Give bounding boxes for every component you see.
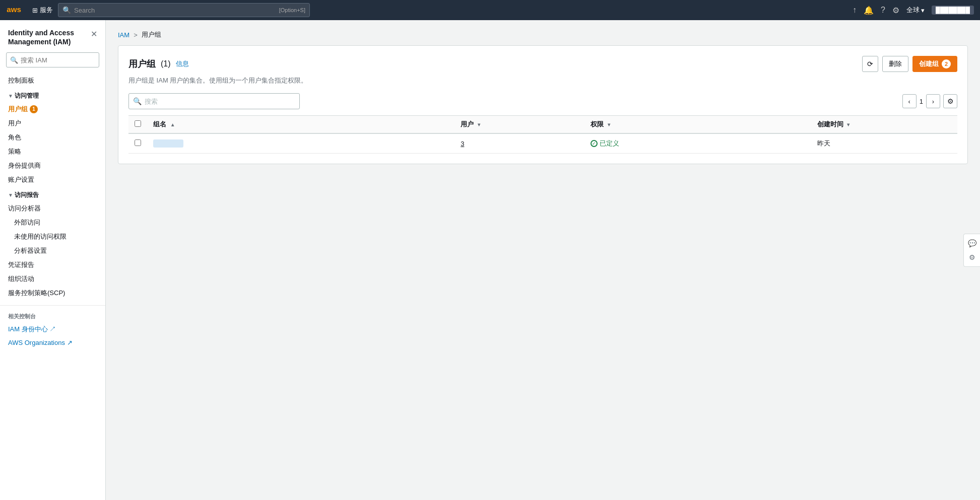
permissions-status: ✓ 已定义 <box>591 139 805 148</box>
user-groups-table: 组名 ▲ 用户 ▾ 权限 ▾ 创建时间 ▾ <box>128 115 957 154</box>
sidebar-link-aws-organizations[interactable]: AWS Organizations ↗ <box>0 336 105 349</box>
help-icon[interactable]: ? <box>881 6 885 15</box>
header-users[interactable]: 用户 ▾ <box>454 116 584 134</box>
table-controls: 🔍 ‹ 1 › ⚙ <box>128 93 957 109</box>
sidebar-search-input[interactable] <box>6 52 99 67</box>
header-checkbox-col <box>128 116 147 134</box>
svg-text:aws: aws <box>7 5 21 14</box>
users-label: 用户 <box>8 119 21 128</box>
sidebar-item-account-settings[interactable]: 账户设置 <box>0 173 105 187</box>
create-group-label: 创建组 <box>919 59 939 68</box>
content-card: 用户组 (1) 信息 ⟳ 删除 创建组 2 用户组是 IAM 用户的集合。使用组… <box>118 45 968 164</box>
card-count: (1) <box>161 59 171 68</box>
policies-label: 策略 <box>8 147 21 156</box>
search-input[interactable] <box>74 7 276 14</box>
row-checkbox-cell <box>128 133 147 154</box>
select-all-checkbox[interactable] <box>135 120 141 127</box>
users-header-label: 用户 <box>461 120 474 128</box>
header-group-name[interactable]: 组名 ▲ <box>147 116 454 134</box>
sidebar-link-iam-identity-center[interactable]: IAM 身份中心 ↗ <box>0 322 105 336</box>
settings-icon[interactable]: ⚙ <box>892 6 899 15</box>
bell-icon[interactable]: 🔔 <box>864 6 874 15</box>
sidebar-item-policies[interactable]: 策略 <box>0 145 105 159</box>
sidebar-title: Identity and Access Management (IAM) <box>8 28 91 46</box>
sidebar-item-roles[interactable]: 角色 <box>0 130 105 145</box>
search-icon: 🔍 <box>62 6 71 14</box>
region-selector[interactable]: 全球 ▾ <box>906 6 925 15</box>
services-menu-button[interactable]: ⊞ 服务 <box>32 6 53 15</box>
sidebar-item-user-groups[interactable]: 用户组 1 <box>0 102 105 116</box>
row-checkbox[interactable] <box>135 139 141 146</box>
account-menu[interactable]: ████████ <box>932 6 974 15</box>
card-title: 用户组 <box>128 58 156 70</box>
sidebar-close-button[interactable]: ✕ <box>91 29 97 39</box>
dashboard-label: 控制面板 <box>8 76 34 85</box>
next-page-button[interactable]: › <box>926 94 940 108</box>
page-number: 1 <box>920 98 923 105</box>
sidebar-header: Identity and Access Management (IAM) ✕ <box>0 28 105 52</box>
row-group-name-cell: ████ <box>147 133 454 154</box>
aws-logo[interactable]: aws <box>6 4 27 17</box>
chevron-down-icon: ▾ <box>921 7 925 14</box>
main-content: IAM > 用户组 用户组 (1) 信息 ⟳ 删除 创建组 2 <box>106 20 980 500</box>
global-search-bar[interactable]: 🔍 [Option+S] <box>58 3 310 17</box>
right-edge-icon-top[interactable]: 💬 <box>966 237 978 249</box>
nav-right-section: ↑ 🔔 ? ⚙ 全球 ▾ ████████ <box>853 6 974 15</box>
table-search-bar[interactable]: 🔍 <box>128 93 300 109</box>
sidebar-item-external-access[interactable]: 外部访问 <box>0 216 105 230</box>
row-users-cell: 3 <box>454 133 584 154</box>
users-count[interactable]: 3 <box>461 140 464 148</box>
right-edge-icon-bottom[interactable]: ⚙ <box>966 251 978 263</box>
sidebar-divider <box>0 305 105 306</box>
created-time-value: 昨天 <box>817 139 830 147</box>
pagination-settings-button[interactable]: ⚙ <box>943 94 957 108</box>
perm-check-icon: ✓ <box>591 140 598 147</box>
right-edge-panel: 💬 ⚙ <box>963 234 980 267</box>
table-header-row: 组名 ▲ 用户 ▾ 权限 ▾ 创建时间 ▾ <box>128 116 957 134</box>
breadcrumb-separator: > <box>134 31 138 39</box>
account-settings-label: 账户设置 <box>8 175 34 184</box>
card-header: 用户组 (1) 信息 ⟳ 删除 创建组 2 <box>128 56 957 72</box>
card-description: 用户组是 IAM 用户的集合。使用组为一个用户集合指定权限。 <box>128 76 957 85</box>
sidebar-item-identity-providers[interactable]: 身份提供商 <box>0 159 105 173</box>
sidebar-access-reports-section: ▼ 访问报告 <box>0 187 105 201</box>
breadcrumb: IAM > 用户组 <box>118 30 968 39</box>
upload-icon[interactable]: ↑ <box>853 6 857 15</box>
created-time-header-label: 创建时间 <box>817 120 843 128</box>
identity-providers-label: 身份提供商 <box>8 161 41 170</box>
table-search-icon: 🔍 <box>133 97 142 105</box>
group-name-sort-icon: ▲ <box>170 122 175 127</box>
prev-page-button[interactable]: ‹ <box>902 94 917 108</box>
sidebar-item-scp[interactable]: 服务控制策略(SCP) <box>0 286 105 300</box>
top-navigation: aws ⊞ 服务 🔍 [Option+S] ↑ 🔔 ? ⚙ 全球 ▾ █████… <box>0 0 980 20</box>
group-name-link[interactable]: ████ <box>153 139 183 148</box>
sidebar-item-org-activity[interactable]: 组织活动 <box>0 272 105 286</box>
header-permissions[interactable]: 权限 ▾ <box>584 116 811 134</box>
header-created-time[interactable]: 创建时间 ▾ <box>811 116 957 134</box>
sidebar-item-unused-access[interactable]: 未使用的访问权限 <box>0 230 105 244</box>
create-group-button[interactable]: 创建组 2 <box>912 56 957 72</box>
sidebar-item-credential-report[interactable]: 凭证报告 <box>0 258 105 272</box>
sidebar-item-dashboard[interactable]: 控制面板 <box>0 74 105 88</box>
delete-button[interactable]: 删除 <box>882 56 908 72</box>
row-created-cell: 昨天 <box>811 133 957 154</box>
permissions-header-label: 权限 <box>591 120 604 128</box>
table-row: ████ 3 ✓ 已定义 昨天 <box>128 133 957 154</box>
sidebar-item-analyzer-settings[interactable]: 分析器设置 <box>0 244 105 258</box>
user-groups-label: 用户组 <box>8 105 28 114</box>
sidebar-item-users[interactable]: 用户 <box>0 116 105 130</box>
permissions-sort-icon: ▾ <box>608 122 610 127</box>
sidebar-related-label: 相关控制台 <box>0 311 105 322</box>
create-group-badge: 2 <box>942 59 951 68</box>
sidebar-item-access-analyzer[interactable]: 访问分析器 <box>0 201 105 216</box>
sidebar-access-management-section: ▼ 访问管理 <box>0 88 105 102</box>
card-actions: ⟳ 删除 创建组 2 <box>862 56 957 72</box>
row-permissions-cell: ✓ 已定义 <box>584 133 811 154</box>
info-link[interactable]: 信息 <box>176 59 189 68</box>
sidebar-search-icon: 🔍 <box>10 56 18 64</box>
page-layout: Identity and Access Management (IAM) ✕ 🔍… <box>0 20 980 500</box>
group-name-header-label: 组名 <box>153 120 166 128</box>
table-search-input[interactable] <box>145 98 295 105</box>
breadcrumb-iam-link[interactable]: IAM <box>118 31 129 39</box>
refresh-button[interactable]: ⟳ <box>862 56 878 72</box>
